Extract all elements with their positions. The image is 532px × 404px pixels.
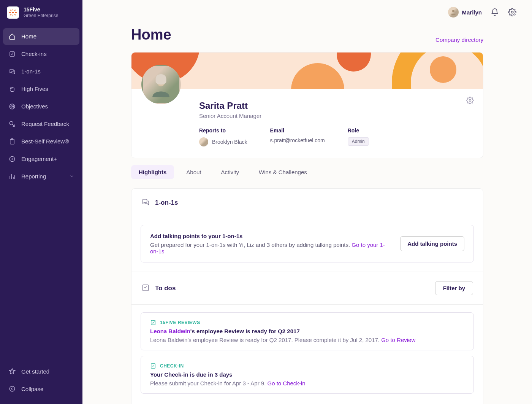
feedback-icon [8, 120, 16, 128]
collapse-icon [8, 385, 16, 393]
sidebar-item-label: Collpase [21, 386, 43, 392]
reports-to-name[interactable]: Brooklyn Black [212, 139, 247, 145]
company-directory-link[interactable]: Company directory [435, 37, 483, 43]
sidebar-item-collapse[interactable]: Collpase [3, 380, 79, 397]
todo-title: Your Check-in is due in 3 days [150, 371, 464, 378]
svg-rect-4 [15, 12, 17, 13]
reports-to-label: Reports to [199, 127, 247, 134]
prompt-subtitle: Get prepared for your 1-on-1s with Yi, L… [150, 242, 393, 254]
todo-title: Leona Baldwin's employee Review is ready… [150, 328, 464, 334]
brand[interactable]: 15Five Green Enterprise [0, 0, 82, 26]
main: Marilyn Home Company directory [82, 0, 532, 404]
sidebar-item-label: Best-Self Review® [21, 138, 69, 145]
role-label: Role [348, 127, 369, 134]
chat-icon [8, 68, 16, 75]
sidebar-item-label: Engagement+ [21, 156, 57, 162]
svg-point-19 [511, 11, 513, 13]
home-icon [8, 33, 16, 40]
go-to-checkin-link[interactable]: Go to Check-in [267, 380, 305, 387]
email: Email s.pratt@rocketfuel.com [270, 127, 325, 146]
sidebar-item-engagement[interactable]: Engagement+ [3, 151, 79, 167]
profile-settings-button[interactable] [466, 97, 474, 106]
role-badge: Admin [348, 137, 369, 146]
one-on-ones-section: 1-on-1s Add talking points to your 1-on-… [131, 188, 483, 404]
svg-point-18 [452, 10, 454, 12]
user-menu[interactable]: Marilyn [448, 7, 482, 17]
target-icon [8, 103, 16, 110]
tab-highlights[interactable]: Highlights [131, 165, 174, 179]
filter-button[interactable]: Filter by [435, 281, 473, 295]
sidebar-item-getstarted[interactable]: Get started [3, 363, 79, 380]
settings-button[interactable] [508, 8, 517, 17]
notifications-button[interactable] [490, 8, 499, 17]
sidebar-bottom: Get started Collpase [0, 360, 82, 404]
profile-card: Sarita Pratt Senior Account Manager Repo… [131, 52, 483, 158]
role: Role Admin [348, 127, 369, 146]
chat-icon [141, 198, 150, 208]
profile-tabs: Highlights About Activity Wins & Challen… [131, 165, 483, 179]
section-title: To dos [155, 285, 176, 292]
sidebar-item-objectives[interactable]: Objectives [3, 98, 79, 115]
svg-point-12 [12, 106, 13, 107]
email-value[interactable]: s.pratt@rocketfuel.com [270, 137, 325, 143]
svg-rect-3 [9, 12, 11, 13]
todo-tag: 15FIVE REVIEWS [160, 320, 200, 325]
review-icon [150, 320, 156, 326]
brand-sub: Green Enterprise [24, 13, 58, 19]
go-to-review-link[interactable]: Go to Review [381, 337, 415, 343]
sidebar-nav: Home Check-ins 1-on-1s High Fives Object… [0, 26, 82, 360]
profile-banner [131, 52, 483, 89]
tab-activity[interactable]: Activity [214, 165, 247, 179]
highfive-icon [8, 85, 16, 93]
bar-chart-icon [8, 173, 16, 180]
sidebar-item-feedback[interactable]: Request Feedback [3, 116, 79, 132]
sidebar: 15Five Green Enterprise Home Check-ins 1… [0, 0, 82, 404]
svg-rect-6 [14, 14, 16, 16]
profile-avatar [141, 65, 181, 104]
sidebar-item-label: Reporting [21, 173, 46, 180]
gear-plus-icon [8, 155, 16, 163]
svg-point-17 [10, 386, 15, 391]
sidebar-item-review[interactable]: Best-Self Review® [3, 133, 79, 150]
tab-wins[interactable]: Wins & Challenges [251, 165, 315, 179]
chevron-down-icon [70, 173, 74, 180]
todo-tag: CHECK-IN [160, 363, 184, 369]
sidebar-item-label: Check-ins [21, 51, 47, 57]
todo-item[interactable]: CHECK-IN Your Check-in is due in 3 days … [141, 356, 474, 394]
reports-to: Reports to Brooklyn Black [199, 127, 247, 146]
add-talking-points-button[interactable]: Add talking points [400, 236, 464, 251]
profile-title: Senior Account Manager [199, 113, 472, 119]
gear-icon [508, 8, 516, 16]
sidebar-item-home[interactable]: Home [3, 28, 79, 45]
profile-name: Sarita Pratt [199, 100, 472, 111]
user-name: Marilyn [462, 9, 482, 16]
svg-rect-5 [10, 10, 12, 11]
todo-desc: Leona Baldwin's employee Review is ready… [150, 337, 464, 343]
svg-point-10 [10, 104, 15, 109]
bell-icon [491, 8, 499, 16]
sidebar-item-checkins[interactable]: Check-ins [3, 46, 79, 62]
sidebar-item-label: Home [21, 33, 36, 40]
checklist-icon [141, 283, 150, 293]
avatar [199, 137, 208, 146]
sidebar-item-highfives[interactable]: High Fives [3, 81, 79, 97]
sidebar-item-label: 1-on-1s [21, 68, 41, 75]
sidebar-item-label: Objectives [21, 103, 48, 110]
email-label: Email [270, 127, 325, 134]
tab-about[interactable]: About [179, 165, 209, 179]
sidebar-item-label: Request Feedback [21, 121, 69, 127]
gear-icon [466, 97, 474, 104]
svg-rect-2 [13, 14, 13, 16]
logo-icon [7, 6, 19, 19]
talking-points-prompt: Add talking points to your 1-on-1s Get p… [141, 225, 474, 262]
clipboard-icon [8, 138, 16, 145]
star-icon [8, 367, 16, 375]
svg-rect-7 [14, 10, 16, 11]
page-header: Home Company directory [131, 27, 483, 43]
section-title: 1-on-1s [155, 199, 178, 207]
todo-item[interactable]: 15FIVE REVIEWS Leona Baldwin's employee … [141, 312, 474, 350]
sidebar-item-reporting[interactable]: Reporting [3, 168, 79, 185]
svg-rect-8 [10, 14, 12, 16]
svg-point-21 [469, 100, 471, 102]
sidebar-item-1on1s[interactable]: 1-on-1s [3, 63, 79, 80]
